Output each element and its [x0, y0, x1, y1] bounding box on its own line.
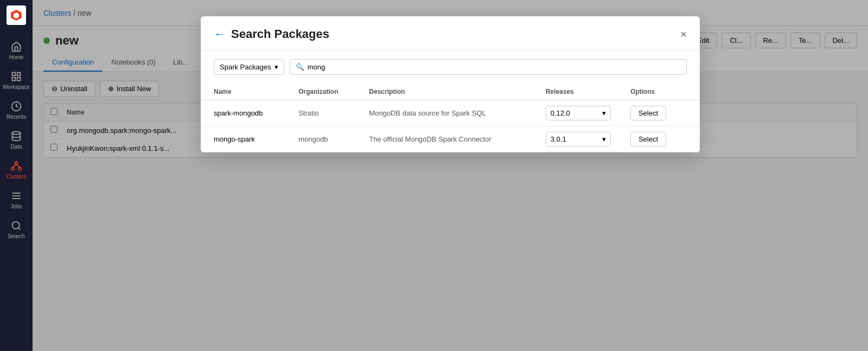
result1-release-select[interactable]: 0.12.0 ▾: [546, 106, 611, 120]
svg-line-12: [16, 164, 20, 168]
svg-line-11: [12, 164, 16, 168]
result2-release-select[interactable]: 3.0.1 ▾: [546, 132, 611, 146]
modal-title-row: ← Search Packages: [214, 27, 329, 41]
result2-options: Select: [630, 132, 687, 146]
app-logo: [7, 5, 26, 25]
package-type-label: Spark Packages: [220, 63, 271, 71]
modal-title-text: Search Packages: [231, 27, 329, 41]
svg-point-16: [12, 222, 20, 229]
result2-release-col: 3.0.1 ▾ 3.0.12.4.32.3.52.2.92.1.83.0.02.…: [546, 132, 630, 146]
result1-chevron-icon: ▾: [602, 109, 606, 117]
col-header-desc: Description: [369, 88, 545, 95]
result2-selected-release: 3.0.1: [551, 135, 566, 143]
search-packages-modal: ← Search Packages × Spark Packages ▾ 🔍 N…: [201, 16, 700, 152]
sidebar-item-jobs[interactable]: Jobs: [0, 185, 33, 215]
modal-close-button[interactable]: ×: [680, 28, 687, 41]
result1-desc: MongoDB data source for Spark SQL: [369, 109, 545, 117]
results-table-header: Name Organization Description Releases O…: [201, 84, 700, 100]
result1-select-button[interactable]: Select: [630, 106, 666, 120]
svg-point-8: [15, 162, 18, 164]
result1-name: spark-mongodb: [214, 109, 298, 117]
col-header-releases: Releases: [546, 88, 630, 95]
col-header-name: Name: [214, 88, 298, 95]
result2-chevron-icon: ▾: [602, 135, 606, 143]
modal-search-bar: Spark Packages ▾ 🔍: [201, 50, 700, 84]
col-header-org: Organization: [298, 88, 369, 95]
svg-point-9: [11, 168, 14, 170]
result1-options: Select: [630, 106, 687, 120]
search-input[interactable]: [308, 63, 681, 71]
sidebar: Home Workspace Recents Data Clusters: [0, 0, 33, 351]
main-area: Clusters / new new ✎ Edit Cl... Re...: [33, 0, 868, 351]
sidebar-item-clusters[interactable]: Clusters: [0, 155, 33, 185]
col-header-options: Options: [630, 88, 687, 95]
svg-rect-5: [17, 78, 21, 81]
result1-selected-release: 0.12.0: [551, 109, 570, 117]
result2-select-button[interactable]: Select: [630, 132, 666, 146]
result1-org: Stratio: [298, 109, 369, 117]
result2-name: mongo-spark: [214, 135, 298, 143]
sidebar-item-workspace[interactable]: Workspace: [0, 66, 33, 95]
svg-rect-3: [17, 73, 21, 76]
search-icon: 🔍: [296, 63, 304, 71]
sidebar-item-data[interactable]: Data: [0, 125, 33, 155]
sidebar-item-recents[interactable]: Recents: [0, 95, 33, 125]
result2-desc: The official MongoDB Spark Connector: [369, 135, 545, 143]
svg-line-17: [18, 228, 21, 230]
sidebar-item-search[interactable]: Search: [0, 215, 33, 245]
svg-point-10: [18, 168, 21, 170]
result-row-1: spark-mongodb Stratio MongoDB data sourc…: [201, 100, 700, 126]
result2-org: mongodb: [298, 135, 369, 143]
result-row-2: mongo-spark mongodb The official MongoDB…: [201, 126, 700, 152]
modal-header: ← Search Packages ×: [201, 16, 700, 50]
modal-overlay: ← Search Packages × Spark Packages ▾ 🔍 N…: [33, 0, 868, 351]
result1-release-col: 0.12.0 ▾: [546, 106, 630, 120]
svg-point-7: [12, 132, 21, 135]
sidebar-item-home[interactable]: Home: [0, 36, 33, 66]
back-arrow-icon[interactable]: ←: [214, 27, 226, 41]
package-type-select[interactable]: Spark Packages ▾: [214, 59, 284, 75]
svg-rect-2: [12, 73, 16, 76]
chevron-down-icon: ▾: [275, 63, 278, 71]
svg-rect-4: [12, 78, 16, 81]
search-box: 🔍: [290, 59, 687, 75]
